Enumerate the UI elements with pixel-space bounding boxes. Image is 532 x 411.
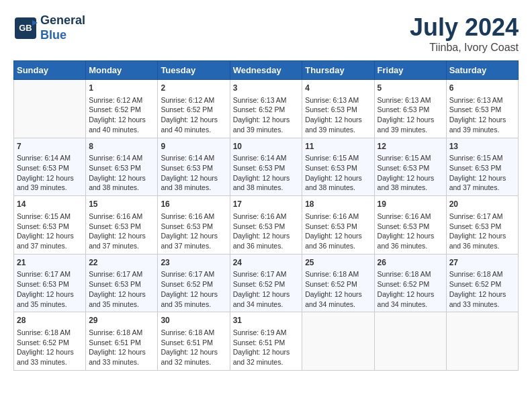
calendar-cell: 4Sunrise: 6:13 AMSunset: 6:53 PMDaylight… (302, 80, 374, 138)
cell-info-line: Sunrise: 6:18 AM (89, 328, 154, 338)
cell-info-line: Sunset: 6:53 PM (233, 222, 300, 232)
cell-info-line: Daylight: 12 hours (233, 173, 300, 183)
cell-info-line: and 33 minutes. (17, 357, 83, 367)
cell-info-line: Sunrise: 6:14 AM (89, 153, 154, 163)
day-number: 22 (89, 257, 154, 269)
cell-info-line: Daylight: 12 hours (89, 347, 154, 357)
cell-info-line: Sunset: 6:51 PM (161, 338, 226, 348)
day-number: 30 (161, 315, 226, 326)
cell-info-line: Sunrise: 6:15 AM (17, 212, 83, 222)
cell-info-line: Daylight: 12 hours (305, 173, 371, 183)
calendar-cell: 5Sunrise: 6:13 AMSunset: 6:53 PMDaylight… (374, 80, 446, 138)
calendar-cell: 10Sunrise: 6:14 AMSunset: 6:53 PMDayligh… (230, 138, 302, 196)
cell-info-line: and 37 minutes. (17, 241, 83, 251)
day-number: 27 (449, 257, 515, 269)
day-number: 15 (89, 199, 154, 210)
cell-info-line: and 35 minutes. (161, 300, 226, 310)
cell-info-line: Daylight: 12 hours (449, 231, 515, 241)
day-number: 17 (233, 199, 300, 210)
cell-info-line: Sunrise: 6:13 AM (233, 95, 300, 105)
cell-info-line: Sunset: 6:53 PM (378, 222, 443, 232)
calendar-cell: 25Sunrise: 6:18 AMSunset: 6:52 PMDayligh… (302, 254, 374, 312)
cell-info-line: Sunset: 6:53 PM (378, 163, 443, 173)
cell-info-line: Daylight: 12 hours (89, 289, 154, 300)
cell-info-line: Sunset: 6:52 PM (305, 279, 371, 289)
cell-info-line: and 39 minutes. (233, 125, 300, 135)
cell-info-line: Daylight: 12 hours (17, 289, 83, 300)
day-number: 31 (233, 315, 300, 326)
cell-info-line: Daylight: 12 hours (161, 115, 226, 125)
cell-info-line: Daylight: 12 hours (449, 115, 515, 125)
cell-info-line: Sunset: 6:53 PM (89, 163, 154, 173)
cell-info-line: Sunrise: 6:18 AM (17, 328, 83, 338)
day-number: 9 (161, 141, 226, 152)
calendar-week-row: 28Sunrise: 6:18 AMSunset: 6:52 PMDayligh… (14, 312, 519, 371)
day-number: 11 (305, 141, 371, 152)
day-number: 7 (17, 141, 83, 152)
day-number: 28 (17, 315, 83, 326)
cell-info-line: Sunrise: 6:16 AM (378, 212, 443, 222)
calendar-cell: 28Sunrise: 6:18 AMSunset: 6:52 PMDayligh… (14, 312, 86, 371)
cell-info-line: and 36 minutes. (305, 241, 371, 251)
svg-text:GB: GB (19, 23, 32, 33)
cell-info-line: Sunset: 6:52 PM (161, 279, 226, 289)
page-header: GB General Blue July 2024 Tiinba, Ivory … (13, 13, 519, 54)
calendar-cell: 16Sunrise: 6:16 AMSunset: 6:53 PMDayligh… (158, 196, 230, 255)
cell-info-line: Daylight: 12 hours (378, 115, 443, 125)
cell-info-line: and 34 minutes. (305, 300, 371, 310)
calendar-cell: 3Sunrise: 6:13 AMSunset: 6:52 PMDaylight… (230, 80, 302, 138)
calendar-week-row: 7Sunrise: 6:14 AMSunset: 6:53 PMDaylight… (14, 138, 519, 196)
day-number: 29 (89, 315, 154, 326)
cell-info-line: Sunrise: 6:18 AM (449, 269, 515, 279)
cell-info-line: Daylight: 12 hours (17, 347, 83, 357)
logo-text: General Blue (40, 13, 85, 42)
cell-info-line: Sunset: 6:52 PM (449, 279, 515, 289)
cell-info-line: and 34 minutes. (233, 300, 300, 310)
cell-info-line: Sunrise: 6:14 AM (17, 153, 83, 163)
cell-info-line: and 39 minutes. (305, 125, 371, 135)
cell-info-line: Sunrise: 6:14 AM (233, 153, 300, 163)
calendar-cell: 26Sunrise: 6:18 AMSunset: 6:52 PMDayligh… (374, 254, 446, 312)
calendar-cell: 19Sunrise: 6:16 AMSunset: 6:53 PMDayligh… (374, 196, 446, 255)
cell-info-line: Sunset: 6:53 PM (449, 105, 515, 115)
cell-info-line: Sunset: 6:52 PM (89, 105, 154, 115)
calendar-cell: 11Sunrise: 6:15 AMSunset: 6:53 PMDayligh… (302, 138, 374, 196)
cell-info-line: Sunrise: 6:16 AM (233, 212, 300, 222)
cell-info-line: Daylight: 12 hours (233, 231, 300, 241)
cell-info-line: Sunrise: 6:15 AM (378, 153, 443, 163)
cell-info-line: Sunset: 6:53 PM (449, 222, 515, 232)
day-header-wednesday: Wednesday (230, 61, 302, 80)
cell-info-line: Daylight: 12 hours (161, 347, 226, 357)
day-number: 21 (17, 257, 83, 269)
cell-info-line: Sunrise: 6:15 AM (449, 153, 515, 163)
day-number: 8 (89, 141, 154, 152)
day-number: 26 (378, 257, 443, 269)
calendar-cell: 21Sunrise: 6:17 AMSunset: 6:53 PMDayligh… (14, 254, 86, 312)
calendar-cell: 8Sunrise: 6:14 AMSunset: 6:53 PMDaylight… (86, 138, 158, 196)
cell-info-line: Daylight: 12 hours (17, 231, 83, 241)
cell-info-line: and 36 minutes. (233, 241, 300, 251)
cell-info-line: Sunset: 6:53 PM (17, 222, 83, 232)
cell-info-line: Daylight: 12 hours (161, 173, 226, 183)
cell-info-line: Sunrise: 6:17 AM (449, 212, 515, 222)
logo: GB General Blue (13, 13, 85, 42)
cell-info-line: Sunrise: 6:12 AM (89, 95, 154, 105)
day-number: 1 (89, 83, 154, 94)
cell-info-line: Sunset: 6:53 PM (17, 279, 83, 289)
cell-info-line: Sunrise: 6:18 AM (161, 328, 226, 338)
cell-info-line: Sunset: 6:53 PM (449, 163, 515, 173)
cell-info-line: Sunrise: 6:13 AM (449, 95, 515, 105)
cell-info-line: and 38 minutes. (305, 183, 371, 193)
cell-info-line: Daylight: 12 hours (449, 173, 515, 183)
cell-info-line: Daylight: 12 hours (305, 231, 371, 241)
calendar-cell: 2Sunrise: 6:12 AMSunset: 6:52 PMDaylight… (158, 80, 230, 138)
cell-info-line: Sunrise: 6:13 AM (378, 95, 443, 105)
cell-info-line: Sunrise: 6:17 AM (17, 269, 83, 279)
calendar-cell: 7Sunrise: 6:14 AMSunset: 6:53 PMDaylight… (14, 138, 86, 196)
day-header-sunday: Sunday (14, 61, 86, 80)
day-number: 3 (233, 83, 300, 94)
location: Tiinba, Ivory Coast (410, 42, 519, 54)
day-number: 24 (233, 257, 300, 269)
cell-info-line: and 37 minutes. (161, 241, 226, 251)
cell-info-line: Sunset: 6:53 PM (233, 163, 300, 173)
